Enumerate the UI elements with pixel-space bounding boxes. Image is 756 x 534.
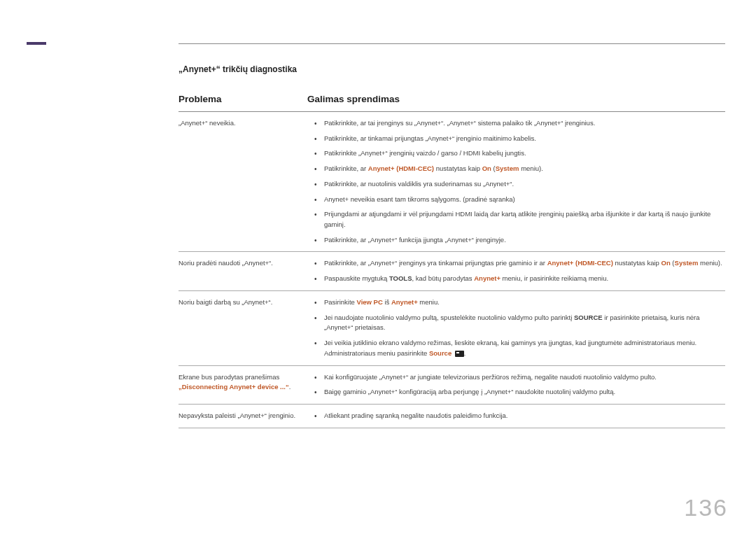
- list-item: Anynet+ neveikia esant tam tikroms sąlyg…: [317, 195, 725, 205]
- list-item: Baigę gaminio „Anynet+“ konfigūraciją ar…: [317, 387, 725, 398]
- list-item: Pasirinkite View PC iš Anynet+ meniu.: [317, 297, 725, 308]
- solution-cell: Pasirinkite View PC iš Anynet+ meniu.Jei…: [307, 297, 725, 359]
- list-item: Patikrinkite, ar tinkamai prijungtas „An…: [317, 134, 725, 144]
- list-item: Patikrinkite „Anynet+“ įrenginių vaizdo …: [317, 148, 725, 159]
- solution-list: Patikrinkite, ar tai įrenginys su „Anyne…: [307, 118, 725, 245]
- list-item: Atliekant pradinę sąranką negalite naudo…: [317, 411, 725, 421]
- table-row: Noriu baigti darbą su „Anynet+“.Pasirink…: [178, 291, 725, 366]
- list-item: Kai konfigūruojate „Anynet+“ ar jungiate…: [317, 372, 725, 383]
- list-item: Prijungdami ar atjungdami ir vėl prijung…: [317, 209, 725, 230]
- list-item: Jei veikia jutiklinio ekrano valdymo rež…: [317, 338, 725, 358]
- list-item: Jei naudojate nuotolinio valdymo pultą, …: [317, 313, 725, 333]
- problem-cell: „Anynet+“ neveikia.: [178, 118, 307, 245]
- header-solution: Galimas sprendimas: [307, 94, 725, 104]
- list-item: Patikrinkite, ar „Anynet+“ įrenginys yra…: [317, 258, 725, 269]
- solution-cell: Patikrinkite, ar „Anynet+“ įrenginys yra…: [307, 258, 725, 283]
- page-number: 136: [684, 494, 728, 521]
- table-row: Ekrane bus parodytas pranešimas „Disconn…: [178, 366, 725, 405]
- problem-cell: Nepavyksta paleisti „Anynet+“ įrenginio.: [178, 411, 307, 421]
- source-icon: [455, 351, 464, 357]
- accent-bar: [27, 42, 46, 45]
- table-row: Noriu pradėti naudoti „Anynet+“.Patikrin…: [178, 252, 725, 290]
- problem-cell: Ekrane bus parodytas pranešimas „Disconn…: [178, 372, 307, 398]
- section-title: „Anynet+“ trikčių diagnostika: [178, 64, 725, 74]
- page-content: „Anynet+“ trikčių diagnostika Problema G…: [178, 64, 725, 428]
- list-item: Patikrinkite, ar Anynet+ (HDMI-CEC) nust…: [317, 164, 725, 174]
- list-item: Patikrinkite, ar nuotolinis valdiklis yr…: [317, 179, 725, 190]
- problem-cell: Noriu baigti darbą su „Anynet+“.: [178, 297, 307, 359]
- solution-list: Patikrinkite, ar „Anynet+“ įrenginys yra…: [307, 258, 725, 283]
- solution-cell: Kai konfigūruojate „Anynet+“ ar jungiate…: [307, 372, 725, 398]
- problem-cell: Noriu pradėti naudoti „Anynet+“.: [178, 258, 307, 283]
- list-item: Patikrinkite, ar tai įrenginys su „Anyne…: [317, 118, 725, 129]
- table-row: „Anynet+“ neveikia.Patikrinkite, ar tai …: [178, 112, 725, 252]
- header-problem: Problema: [178, 94, 307, 104]
- list-item: Paspauskite mygtuką TOOLS, kad būtų paro…: [317, 274, 725, 284]
- list-item: Patikrinkite, ar „Anynet+“ funkcija įjun…: [317, 235, 725, 246]
- solution-list: Atliekant pradinę sąranką negalite naudo…: [307, 411, 725, 421]
- table-header-row: Problema Galimas sprendimas: [178, 94, 725, 112]
- top-rule: [178, 43, 725, 44]
- solution-list: Pasirinkite View PC iš Anynet+ meniu.Jei…: [307, 297, 725, 359]
- solution-cell: Atliekant pradinę sąranką negalite naudo…: [307, 411, 725, 421]
- solution-cell: Patikrinkite, ar tai įrenginys su „Anyne…: [307, 118, 725, 245]
- solution-list: Kai konfigūruojate „Anynet+“ ar jungiate…: [307, 372, 725, 398]
- table-row: Nepavyksta paleisti „Anynet+“ įrenginio.…: [178, 405, 725, 428]
